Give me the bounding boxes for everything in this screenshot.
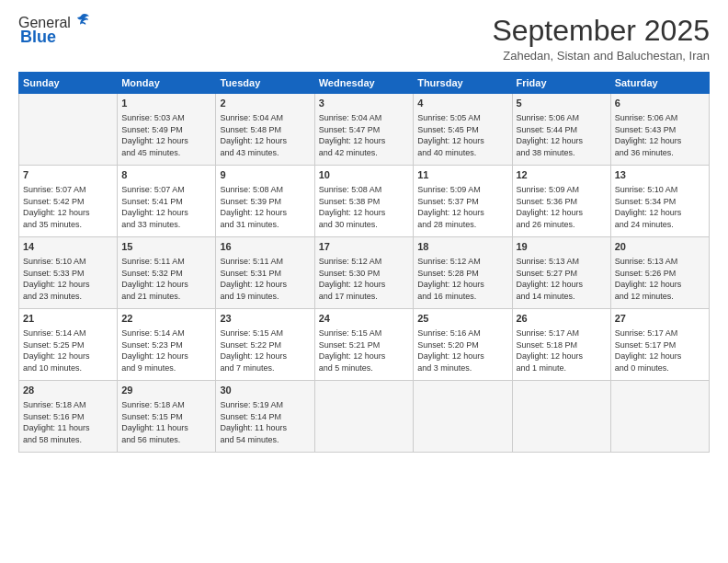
calendar-cell: 23Sunrise: 5:15 AM Sunset: 5:22 PM Dayli…	[216, 309, 314, 381]
location-subtitle: Zahedan, Sistan and Baluchestan, Iran	[492, 49, 710, 63]
day-number: 1	[121, 97, 211, 110]
calendar-cell: 6Sunrise: 5:06 AM Sunset: 5:43 PM Daylig…	[610, 94, 709, 166]
day-number: 19	[517, 240, 607, 254]
cell-info: Sunrise: 5:14 AM Sunset: 5:23 PM Dayligh…	[121, 327, 211, 373]
month-title: September 2025	[492, 15, 710, 47]
calendar-cell: 20Sunrise: 5:13 AM Sunset: 5:26 PM Dayli…	[610, 237, 709, 309]
title-block: September 2025 Zahedan, Sistan and Baluc…	[492, 15, 710, 63]
calendar-cell	[512, 381, 610, 453]
calendar-cell: 17Sunrise: 5:12 AM Sunset: 5:30 PM Dayli…	[314, 237, 413, 309]
day-number: 5	[517, 97, 607, 110]
cell-info: Sunrise: 5:14 AM Sunset: 5:25 PM Dayligh…	[23, 327, 113, 373]
day-number: 13	[615, 168, 705, 182]
day-number: 18	[417, 240, 507, 254]
calendar-week-row: 28Sunrise: 5:18 AM Sunset: 5:16 PM Dayli…	[19, 381, 710, 453]
calendar-cell: 8Sunrise: 5:07 AM Sunset: 5:41 PM Daylig…	[118, 166, 216, 237]
day-number: 2	[220, 97, 310, 110]
cell-info: Sunrise: 5:17 AM Sunset: 5:17 PM Dayligh…	[615, 327, 705, 373]
col-friday: Friday	[512, 73, 610, 94]
day-number: 3	[319, 97, 409, 110]
cell-info: Sunrise: 5:17 AM Sunset: 5:18 PM Dayligh…	[517, 327, 607, 373]
calendar-week-row: 14Sunrise: 5:10 AM Sunset: 5:33 PM Dayli…	[19, 237, 710, 309]
calendar-cell	[19, 94, 118, 166]
cell-info: Sunrise: 5:18 AM Sunset: 5:16 PM Dayligh…	[23, 399, 113, 445]
header: General Blue September 2025 Zahedan, Sis…	[18, 15, 710, 63]
cell-info: Sunrise: 5:06 AM Sunset: 5:44 PM Dayligh…	[517, 112, 607, 158]
cell-info: Sunrise: 5:05 AM Sunset: 5:45 PM Dayligh…	[417, 112, 507, 158]
cell-info: Sunrise: 5:06 AM Sunset: 5:43 PM Dayligh…	[615, 112, 705, 158]
logo-bird-icon	[73, 12, 91, 30]
day-number: 29	[121, 384, 211, 397]
cell-info: Sunrise: 5:08 AM Sunset: 5:39 PM Dayligh…	[220, 184, 310, 230]
day-number: 30	[220, 384, 310, 397]
day-number: 8	[121, 168, 211, 182]
cell-info: Sunrise: 5:09 AM Sunset: 5:37 PM Dayligh…	[417, 184, 507, 230]
col-wednesday: Wednesday	[314, 73, 413, 94]
cell-info: Sunrise: 5:09 AM Sunset: 5:36 PM Dayligh…	[517, 184, 607, 230]
cell-info: Sunrise: 5:18 AM Sunset: 5:15 PM Dayligh…	[121, 399, 211, 445]
logo-blue-text: Blue	[20, 28, 56, 47]
calendar-cell: 18Sunrise: 5:12 AM Sunset: 5:28 PM Dayli…	[414, 237, 512, 309]
day-number: 14	[23, 240, 113, 254]
col-sunday: Sunday	[19, 73, 118, 94]
calendar-cell: 14Sunrise: 5:10 AM Sunset: 5:33 PM Dayli…	[19, 237, 118, 309]
cell-info: Sunrise: 5:15 AM Sunset: 5:21 PM Dayligh…	[319, 327, 409, 373]
calendar-cell: 13Sunrise: 5:10 AM Sunset: 5:34 PM Dayli…	[610, 166, 709, 237]
cell-info: Sunrise: 5:10 AM Sunset: 5:34 PM Dayligh…	[615, 184, 705, 230]
calendar-cell: 27Sunrise: 5:17 AM Sunset: 5:17 PM Dayli…	[610, 309, 709, 381]
cell-info: Sunrise: 5:12 AM Sunset: 5:28 PM Dayligh…	[417, 256, 507, 302]
calendar-cell: 25Sunrise: 5:16 AM Sunset: 5:20 PM Dayli…	[414, 309, 512, 381]
calendar-cell: 29Sunrise: 5:18 AM Sunset: 5:15 PM Dayli…	[118, 381, 216, 453]
calendar-cell: 11Sunrise: 5:09 AM Sunset: 5:37 PM Dayli…	[414, 166, 512, 237]
day-number: 24	[319, 312, 409, 326]
day-number: 10	[319, 168, 409, 182]
day-number: 25	[417, 312, 507, 326]
calendar-cell: 22Sunrise: 5:14 AM Sunset: 5:23 PM Dayli…	[118, 309, 216, 381]
calendar-cell: 10Sunrise: 5:08 AM Sunset: 5:38 PM Dayli…	[314, 166, 413, 237]
day-number: 15	[121, 240, 211, 254]
cell-info: Sunrise: 5:11 AM Sunset: 5:32 PM Dayligh…	[121, 256, 211, 302]
calendar-cell	[610, 381, 709, 453]
calendar-cell: 3Sunrise: 5:04 AM Sunset: 5:47 PM Daylig…	[314, 94, 413, 166]
calendar-cell: 4Sunrise: 5:05 AM Sunset: 5:45 PM Daylig…	[414, 94, 512, 166]
day-number: 4	[417, 97, 507, 110]
calendar-week-row: 7Sunrise: 5:07 AM Sunset: 5:42 PM Daylig…	[19, 166, 710, 237]
header-row: Sunday Monday Tuesday Wednesday Thursday…	[19, 73, 710, 94]
cell-info: Sunrise: 5:15 AM Sunset: 5:22 PM Dayligh…	[220, 327, 310, 373]
day-number: 12	[517, 168, 607, 182]
calendar-cell	[314, 381, 413, 453]
cell-info: Sunrise: 5:12 AM Sunset: 5:30 PM Dayligh…	[319, 256, 409, 302]
day-number: 22	[121, 312, 211, 326]
cell-info: Sunrise: 5:10 AM Sunset: 5:33 PM Dayligh…	[23, 256, 113, 302]
calendar-cell: 5Sunrise: 5:06 AM Sunset: 5:44 PM Daylig…	[512, 94, 610, 166]
calendar-cell: 30Sunrise: 5:19 AM Sunset: 5:14 PM Dayli…	[216, 381, 314, 453]
cell-info: Sunrise: 5:07 AM Sunset: 5:42 PM Dayligh…	[23, 184, 113, 230]
day-number: 16	[220, 240, 310, 254]
day-number: 11	[417, 168, 507, 182]
day-number: 23	[220, 312, 310, 326]
cell-info: Sunrise: 5:16 AM Sunset: 5:20 PM Dayligh…	[417, 327, 507, 373]
page: General Blue September 2025 Zahedan, Sis…	[0, 0, 728, 563]
cell-info: Sunrise: 5:07 AM Sunset: 5:41 PM Dayligh…	[121, 184, 211, 230]
calendar-cell: 7Sunrise: 5:07 AM Sunset: 5:42 PM Daylig…	[19, 166, 118, 237]
day-number: 6	[615, 97, 705, 110]
col-saturday: Saturday	[610, 73, 709, 94]
calendar-table: Sunday Monday Tuesday Wednesday Thursday…	[18, 72, 710, 453]
calendar-cell: 9Sunrise: 5:08 AM Sunset: 5:39 PM Daylig…	[216, 166, 314, 237]
calendar-cell: 15Sunrise: 5:11 AM Sunset: 5:32 PM Dayli…	[118, 237, 216, 309]
day-number: 17	[319, 240, 409, 254]
calendar-cell: 26Sunrise: 5:17 AM Sunset: 5:18 PM Dayli…	[512, 309, 610, 381]
cell-info: Sunrise: 5:13 AM Sunset: 5:26 PM Dayligh…	[615, 256, 705, 302]
day-number: 7	[23, 168, 113, 182]
calendar-header: Sunday Monday Tuesday Wednesday Thursday…	[19, 73, 710, 94]
calendar-cell: 2Sunrise: 5:04 AM Sunset: 5:48 PM Daylig…	[216, 94, 314, 166]
calendar-cell: 16Sunrise: 5:11 AM Sunset: 5:31 PM Dayli…	[216, 237, 314, 309]
day-number: 20	[615, 240, 705, 254]
calendar-body: 1Sunrise: 5:03 AM Sunset: 5:49 PM Daylig…	[19, 94, 710, 453]
calendar-cell: 1Sunrise: 5:03 AM Sunset: 5:49 PM Daylig…	[118, 94, 216, 166]
calendar-cell: 24Sunrise: 5:15 AM Sunset: 5:21 PM Dayli…	[314, 309, 413, 381]
day-number: 28	[23, 384, 113, 397]
calendar-week-row: 1Sunrise: 5:03 AM Sunset: 5:49 PM Daylig…	[19, 94, 710, 166]
calendar-cell: 28Sunrise: 5:18 AM Sunset: 5:16 PM Dayli…	[19, 381, 118, 453]
col-monday: Monday	[118, 73, 216, 94]
